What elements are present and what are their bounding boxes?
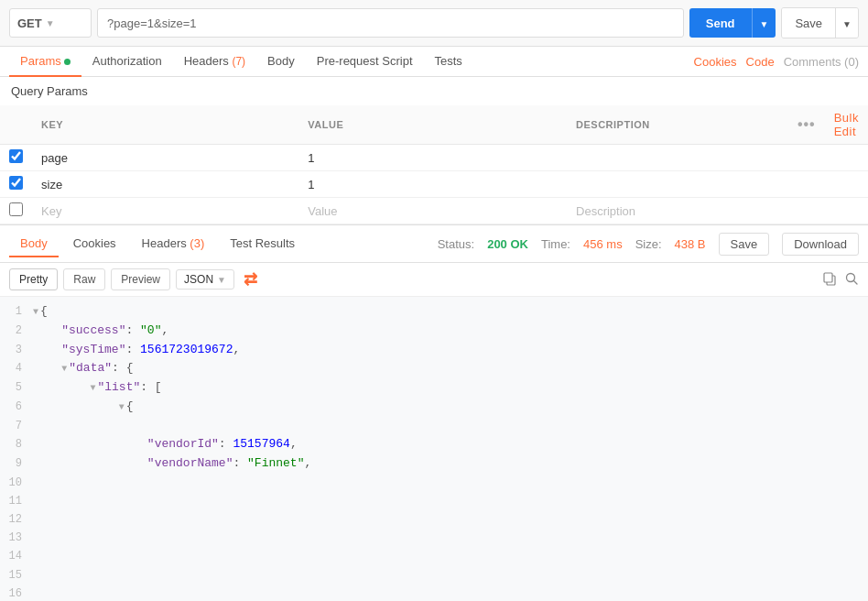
- request-tabs: Params Authorization Headers (7) Body Pr…: [0, 47, 868, 77]
- line-14: 14: [0, 547, 868, 565]
- col-actions: •••: [788, 105, 825, 145]
- res-tab-cookies[interactable]: Cookies: [62, 231, 127, 257]
- line-5: 5 ▼"list": [: [0, 378, 868, 398]
- line-10: 10: [0, 474, 868, 492]
- col-key: KEY: [32, 105, 298, 145]
- line-1: 1 ▼{: [0, 302, 868, 322]
- line-2: 2 "success": "0",: [0, 322, 868, 341]
- query-params-label: Query Params: [0, 77, 868, 105]
- response-header: Body Cookies Headers (3) Test Results St…: [0, 225, 868, 263]
- placeholder-key[interactable]: Key: [32, 198, 298, 224]
- line-6: 6 ▼{: [0, 398, 868, 417]
- table-row: size 1: [0, 171, 868, 198]
- line-9: 9 "vendorName": "Finnet",: [0, 454, 868, 474]
- res-tab-test-results[interactable]: Test Results: [219, 231, 306, 257]
- row2-checkbox[interactable]: [9, 176, 23, 190]
- fold-icon-5[interactable]: ▼: [90, 383, 95, 393]
- size-value: 438 B: [675, 237, 706, 251]
- res-tab-headers[interactable]: Headers (3): [131, 231, 216, 257]
- format-label: JSON: [184, 273, 213, 286]
- fold-icon-6[interactable]: ▼: [119, 402, 125, 412]
- search-icon: [844, 271, 859, 286]
- code-link[interactable]: Code: [746, 55, 775, 69]
- line-7: 7: [0, 417, 868, 435]
- tab-params[interactable]: Params: [9, 47, 81, 77]
- res-tab-body[interactable]: Body: [9, 231, 59, 257]
- params-dot: [64, 59, 71, 65]
- svg-line-3: [854, 280, 858, 284]
- save-chevron-icon: ▼: [842, 19, 852, 29]
- copy-button[interactable]: [822, 271, 837, 289]
- save-dropdown-button[interactable]: ▼: [835, 8, 858, 38]
- line-13: 13: [0, 529, 868, 547]
- method-label: GET: [17, 16, 42, 30]
- line-4: 4 ▼"data": {: [0, 359, 868, 378]
- size-label: Size:: [635, 237, 662, 251]
- headers-badge: (7): [232, 55, 245, 68]
- row2-value-cell[interactable]: 1: [298, 171, 567, 198]
- line-11: 11: [0, 492, 868, 510]
- status-info: Status: 200 OK Time: 456 ms Size: 438 B …: [438, 233, 859, 256]
- status-value: 200 OK: [487, 237, 528, 251]
- svg-rect-1: [824, 273, 832, 282]
- method-chevron-icon: ▼: [46, 18, 55, 28]
- pretty-button[interactable]: Pretty: [9, 268, 58, 290]
- url-input[interactable]: [97, 8, 684, 38]
- placeholder-checkbox-cell: [0, 198, 32, 224]
- placeholder-row: Key Value Description: [0, 198, 868, 224]
- row1-checkbox[interactable]: [9, 149, 23, 163]
- line-12: 12: [0, 510, 868, 529]
- tab-headers[interactable]: Headers (7): [173, 47, 256, 77]
- raw-button[interactable]: Raw: [63, 268, 105, 290]
- comments-link[interactable]: Comments (0): [784, 55, 859, 69]
- send-button[interactable]: Send: [689, 8, 752, 38]
- body-right-icons: [822, 271, 859, 289]
- tab-tests[interactable]: Tests: [424, 47, 473, 77]
- wrap-icon[interactable]: ⇄: [244, 269, 257, 290]
- row2-checkbox-cell: [0, 171, 32, 198]
- send-dropdown-button[interactable]: ▼: [752, 8, 776, 38]
- format-select[interactable]: JSON ▼: [176, 269, 234, 290]
- line-3: 3 "sysTime": 1561723019672,: [0, 341, 868, 360]
- line-15: 15: [0, 566, 868, 585]
- params-table: KEY VALUE DESCRIPTION ••• Bulk Edit page…: [0, 105, 868, 224]
- preview-button[interactable]: Preview: [111, 268, 170, 290]
- row1-desc-cell[interactable]: [567, 145, 788, 171]
- bulk-edit-button[interactable]: Bulk Edit: [834, 111, 859, 138]
- save-button[interactable]: Save: [782, 8, 835, 38]
- line-8: 8 "vendorId": 15157964,: [0, 435, 868, 454]
- save-btn-group: Save ▼: [781, 7, 859, 38]
- res-headers-badge: (3): [190, 236, 204, 250]
- status-label: Status:: [438, 237, 474, 251]
- response-download-button[interactable]: Download: [782, 233, 859, 256]
- method-select[interactable]: GET ▼: [9, 8, 92, 38]
- tab-body[interactable]: Body: [256, 47, 306, 77]
- placeholder-value[interactable]: Value: [298, 198, 567, 224]
- top-bar: GET ▼ Send ▼ Save ▼: [0, 0, 868, 47]
- row2-desc-cell[interactable]: [567, 171, 788, 198]
- placeholder-desc[interactable]: Description: [567, 198, 788, 224]
- format-chevron-icon: ▼: [217, 275, 226, 285]
- row1-value-cell[interactable]: 1: [298, 145, 567, 171]
- fold-icon-1[interactable]: ▼: [33, 307, 38, 317]
- line-16: 16: [0, 585, 868, 601]
- body-toolbar: Pretty Raw Preview JSON ▼ ⇄: [0, 263, 868, 297]
- row1-checkbox-cell: [0, 145, 32, 171]
- send-btn-group: Send ▼: [689, 8, 776, 38]
- copy-icon: [822, 271, 837, 286]
- tab-authorization[interactable]: Authorization: [81, 47, 173, 77]
- time-value: 456 ms: [583, 237, 623, 251]
- row2-key-cell[interactable]: size: [32, 171, 298, 198]
- cookies-link[interactable]: Cookies: [694, 55, 737, 69]
- col-checkbox: [0, 105, 32, 145]
- response-save-button[interactable]: Save: [719, 233, 770, 256]
- table-row: page 1: [0, 145, 868, 171]
- tab-prerequest[interactable]: Pre-request Script: [306, 47, 424, 77]
- more-icon[interactable]: •••: [797, 116, 816, 132]
- col-value: VALUE: [298, 105, 567, 145]
- fold-icon-4[interactable]: ▼: [61, 364, 67, 374]
- placeholder-checkbox[interactable]: [9, 202, 23, 216]
- right-links: Cookies Code Comments (0): [694, 55, 859, 69]
- row1-key-cell[interactable]: page: [32, 145, 298, 171]
- search-button[interactable]: [844, 271, 859, 289]
